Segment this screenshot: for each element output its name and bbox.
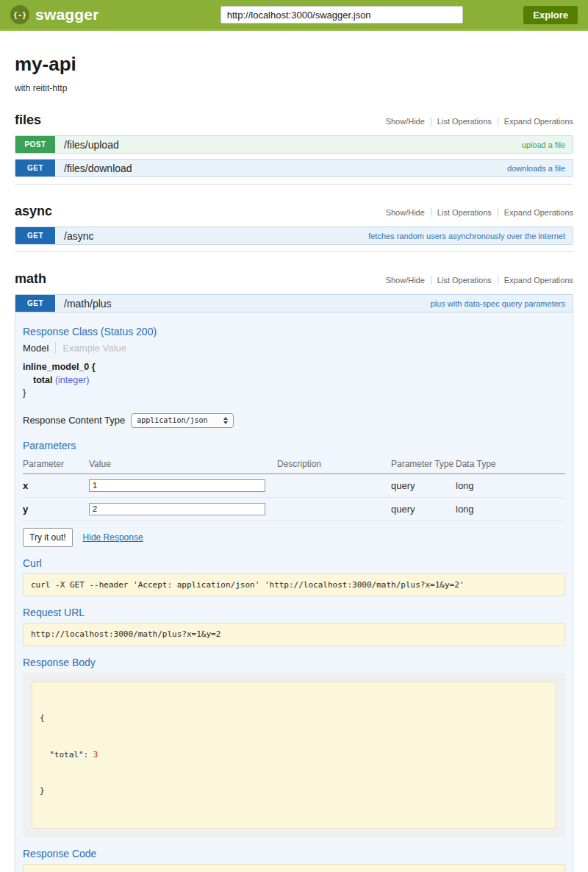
operation-row[interactable]: GET /async fetches random users asynchro… — [15, 226, 573, 245]
operation-path[interactable]: /math/plus — [55, 295, 112, 312]
spec-url-input[interactable] — [220, 6, 463, 24]
brand-name: swagger — [35, 6, 99, 24]
model-signature: inline_model_0 { total (integer) } — [23, 361, 565, 400]
param-description — [277, 474, 391, 498]
api-subtitle: with reitit-http — [15, 83, 573, 93]
resource-section-math: math Show/Hide List Operations Expand Op… — [15, 271, 573, 872]
method-badge: GET — [15, 160, 55, 176]
col-value: Value — [89, 456, 277, 474]
tab-example-value[interactable]: Example Value — [62, 343, 126, 354]
param-name: y — [23, 498, 89, 521]
hide-response-link[interactable]: Hide Response — [83, 532, 143, 543]
expand-operations-link[interactable]: Expand Operations — [504, 117, 573, 126]
request-url-heading: Request URL — [23, 607, 565, 618]
param-data-type: long — [456, 498, 565, 521]
operation-summary[interactable]: downloads a file — [507, 160, 573, 176]
divider — [55, 342, 56, 354]
response-class-heading: Response Class (Status 200) — [23, 326, 565, 337]
divider — [498, 117, 498, 126]
operation-row[interactable]: POST /files/upload upload a file — [15, 135, 573, 154]
response-body-value: 3 — [93, 750, 98, 760]
curl-heading: Curl — [23, 557, 565, 569]
expand-operations-link[interactable]: Expand Operations — [504, 208, 573, 217]
operation-row[interactable]: GET /math/plus plus with data-spec query… — [15, 294, 573, 312]
curl-command: curl -X GET --header 'Accept: applicatio… — [23, 573, 565, 597]
operation-detail-panel: Response Class (Status 200) Model Exampl… — [15, 312, 573, 872]
list-operations-link[interactable]: List Operations — [437, 208, 492, 217]
parameters-heading: Parameters — [23, 440, 565, 451]
operation-row[interactable]: GET /files/download downloads a file — [15, 159, 573, 177]
operation-summary[interactable]: fetches random users asynchronously over… — [368, 227, 573, 244]
method-badge: GET — [15, 227, 55, 244]
swagger-brand[interactable]: {-} swagger — [10, 5, 99, 24]
param-data-type: long — [456, 474, 565, 498]
list-operations-link[interactable]: List Operations — [437, 117, 492, 126]
divider — [431, 276, 431, 285]
param-value-input-y[interactable] — [89, 503, 265, 515]
method-badge: POST — [15, 136, 55, 153]
tab-model[interactable]: Model — [23, 343, 49, 354]
param-name: x — [23, 474, 89, 498]
divider — [431, 208, 431, 217]
response-content-type-value: application/json — [137, 416, 207, 424]
response-body-wrapper: { "total": 3 } — [23, 673, 565, 837]
param-type: query — [391, 498, 456, 521]
show-hide-link[interactable]: Show/Hide — [386, 276, 425, 285]
model-prop-type: (integer) — [55, 375, 90, 385]
operation-summary[interactable]: upload a file — [522, 136, 573, 153]
response-body-heading: Response Body — [23, 657, 565, 668]
expand-operations-link[interactable]: Expand Operations — [504, 276, 573, 285]
col-description: Description — [277, 456, 391, 474]
divider — [498, 208, 498, 217]
try-it-out-button[interactable]: Try it out! — [23, 528, 73, 547]
operation-path[interactable]: /files/download — [55, 160, 132, 176]
resource-section-async: async Show/Hide List Operations Expand O… — [15, 204, 573, 252]
col-parameter-type: Parameter Type — [391, 456, 456, 474]
response-body-json: { "total": 3 } — [32, 682, 556, 829]
explore-button[interactable]: Explore — [523, 6, 578, 24]
parameters-table: Parameter Value Description Parameter Ty… — [23, 456, 565, 521]
response-content-type-label: Response Content Type — [23, 415, 125, 426]
response-code-heading: Response Code — [23, 848, 565, 860]
operation-path[interactable]: /files/upload — [55, 136, 119, 153]
swagger-logo-icon: {-} — [10, 5, 29, 24]
col-data-type: Data Type — [456, 456, 565, 474]
operation-summary[interactable]: plus with data-spec query parameters — [431, 295, 573, 312]
response-code: 200 — [23, 864, 565, 872]
operation-path[interactable]: /async — [55, 227, 93, 244]
select-arrows-icon — [223, 417, 228, 424]
resource-title: files — [15, 112, 41, 128]
resource-title: async — [15, 204, 52, 219]
resource-section-files: files Show/Hide List Operations Expand O… — [15, 112, 573, 185]
param-type: query — [391, 474, 456, 498]
request-url: http://localhost:3000/math/plus?x=1&y=2 — [23, 623, 565, 646]
api-title: my-api — [15, 53, 573, 76]
param-description — [277, 498, 391, 521]
show-hide-link[interactable]: Show/Hide — [386, 208, 425, 217]
response-content-type-select[interactable]: application/json — [131, 413, 234, 428]
resource-title: math — [15, 271, 46, 287]
list-operations-link[interactable]: List Operations — [437, 276, 492, 285]
col-parameter: Parameter — [23, 456, 89, 474]
top-bar: {-} swagger Explore — [0, 0, 588, 31]
param-value-input-x[interactable] — [89, 479, 265, 492]
divider — [498, 276, 498, 285]
divider — [431, 117, 431, 126]
model-tabs: Model Example Value — [23, 342, 565, 354]
method-badge: GET — [15, 295, 55, 312]
show-hide-link[interactable]: Show/Hide — [386, 117, 425, 126]
model-prop-name: total — [33, 375, 52, 385]
